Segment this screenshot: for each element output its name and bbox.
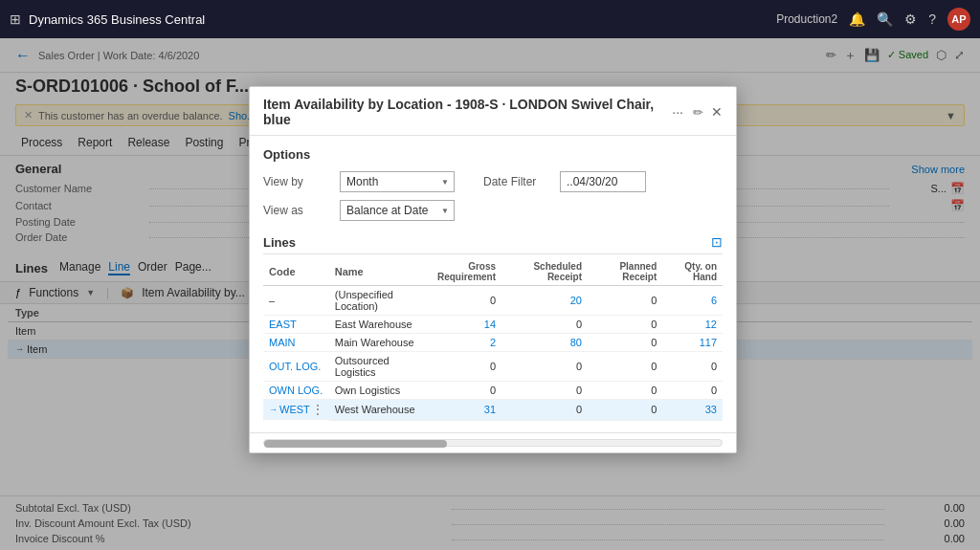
row-code[interactable]: OWN LOG. <box>263 382 329 400</box>
dialog-title: Item Availability by Location - 1908-S ·… <box>263 97 670 127</box>
row-sched-receipt: 0 <box>501 400 588 421</box>
dialog-header: Item Availability by Location - 1908-S ·… <box>250 87 736 136</box>
dialog-body: Options View by Month Date Filter View a… <box>250 136 736 432</box>
row-qty-on-hand: 0 <box>662 352 723 382</box>
row-sched-receipt: 0 <box>501 352 588 382</box>
col-name[interactable]: Name <box>329 258 432 286</box>
dialog-more-icon[interactable]: ··· <box>670 104 685 120</box>
view-as-row: View as Balance at Date <box>263 200 723 221</box>
dialog-table-row[interactable]: → WEST ⋮West Warehouse310033 <box>263 400 723 421</box>
col-gross-req[interactable]: GrossRequirement <box>432 258 501 286</box>
row-qty-on-hand: 117 <box>662 334 723 352</box>
row-sched-receipt: 0 <box>501 316 588 334</box>
row-gross-req: 31 <box>432 400 501 421</box>
row-code: – <box>263 286 329 316</box>
row-qty-on-hand: 33 <box>662 400 723 421</box>
row-name: Outsourced Logistics <box>329 352 432 382</box>
bell-icon[interactable]: 🔔 <box>849 11 865 27</box>
row-name: Main Warehouse <box>329 334 432 352</box>
row-name: East Warehouse <box>329 316 432 334</box>
col-code[interactable]: Code <box>263 258 329 286</box>
dialog-footer <box>250 432 736 452</box>
dialog-table-row[interactable]: OUT. LOG.Outsourced Logistics0000 <box>263 352 723 382</box>
row-planned-receipt: 0 <box>588 382 662 400</box>
search-icon[interactable]: 🔍 <box>877 11 893 27</box>
row-qty-on-hand: 0 <box>662 382 723 400</box>
dialog-table-row[interactable]: OWN LOG.Own Logistics0000 <box>263 382 723 400</box>
user-avatar[interactable]: AP <box>947 8 970 31</box>
dialog-lines-section: Lines ⊡ Code Name GrossRequirement Sched… <box>263 231 723 421</box>
row-qty-on-hand: 12 <box>662 316 723 334</box>
dialog-table-row[interactable]: MAINMain Warehouse2800117 <box>263 334 723 352</box>
view-by-select-wrapper[interactable]: Month <box>340 171 455 192</box>
grid-icon[interactable]: ⊞ <box>10 11 21 27</box>
main-content-area: ← Sales Order | Work Date: 4/6/2020 ✏ ＋ … <box>0 38 980 550</box>
row-code[interactable]: EAST <box>263 316 329 334</box>
row-code[interactable]: MAIN <box>263 334 329 352</box>
row-gross-req: 14 <box>432 316 501 334</box>
row-sched-receipt: 20 <box>501 286 588 316</box>
help-icon[interactable]: ? <box>928 11 936 27</box>
row-name: Own Logistics <box>329 382 432 400</box>
row-sched-receipt: 80 <box>501 334 588 352</box>
horizontal-scrollbar[interactable] <box>263 439 723 447</box>
row-gross-req: 2 <box>432 334 501 352</box>
col-qty-on-hand[interactable]: Qty. on Hand <box>662 258 723 286</box>
date-filter-label: Date Filter <box>483 175 560 188</box>
row-code[interactable]: OUT. LOG. <box>263 352 329 382</box>
row-planned-receipt: 0 <box>588 286 662 316</box>
row-gross-req: 0 <box>432 352 501 382</box>
row-gross-req: 0 <box>432 382 501 400</box>
nav-right: Production2 🔔 🔍 ⚙ ? AP <box>776 8 970 31</box>
view-by-select[interactable]: Month <box>340 171 455 192</box>
col-planned-receipt[interactable]: Planned Receipt <box>588 258 662 286</box>
row-planned-receipt: 0 <box>588 400 662 421</box>
row-name: West Warehouse <box>329 400 432 421</box>
dialog-lines-title: Lines <box>263 235 711 250</box>
row-name: (Unspecified Location) <box>329 286 432 316</box>
dialog-header-actions: ··· ✏ ✕ <box>670 104 723 120</box>
table-header-row: Code Name GrossRequirement Scheduled Rec… <box>263 258 723 286</box>
view-by-row: View by Month Date Filter <box>263 171 723 192</box>
row-planned-receipt: 0 <box>588 316 662 334</box>
row-qty-on-hand: 6 <box>662 286 723 316</box>
production-label: Production2 <box>776 12 837 26</box>
top-navigation: ⊞ Dynamics 365 Business Central Producti… <box>0 0 980 38</box>
dialog-close-icon[interactable]: ✕ <box>711 104 723 120</box>
dialog-table-row[interactable]: –(Unspecified Location)02006 <box>263 286 723 316</box>
date-filter-input[interactable] <box>560 171 646 192</box>
row-planned-receipt: 0 <box>588 352 662 382</box>
view-as-select-wrapper[interactable]: Balance at Date <box>340 200 455 221</box>
row-code[interactable]: → WEST ⋮ <box>263 400 329 420</box>
row-sched-receipt: 0 <box>501 382 588 400</box>
row-planned-receipt: 0 <box>588 334 662 352</box>
dialog-lines-table: Code Name GrossRequirement Scheduled Rec… <box>263 258 723 421</box>
dialog-table-row[interactable]: EASTEast Warehouse140012 <box>263 316 723 334</box>
view-as-select[interactable]: Balance at Date <box>340 200 455 221</box>
dialog-lines-header: Lines ⊡ <box>263 231 723 254</box>
view-by-label: View by <box>263 175 340 188</box>
options-title: Options <box>263 147 723 162</box>
scrollbar-thumb[interactable] <box>264 440 447 448</box>
row-gross-req: 0 <box>432 286 501 316</box>
settings-icon[interactable]: ⚙ <box>904 11 917 27</box>
app-title: Dynamics 365 Business Central <box>29 12 776 27</box>
dialog-edit-icon[interactable]: ✏ <box>693 105 703 120</box>
row-context-dots[interactable]: ⋮ <box>312 403 323 416</box>
col-sched-receipt[interactable]: Scheduled Receipt <box>501 258 588 286</box>
expand-lines-icon[interactable]: ⊡ <box>711 234 723 250</box>
view-as-label: View as <box>263 204 340 217</box>
item-availability-dialog: Item Availability by Location - 1908-S ·… <box>249 86 737 453</box>
